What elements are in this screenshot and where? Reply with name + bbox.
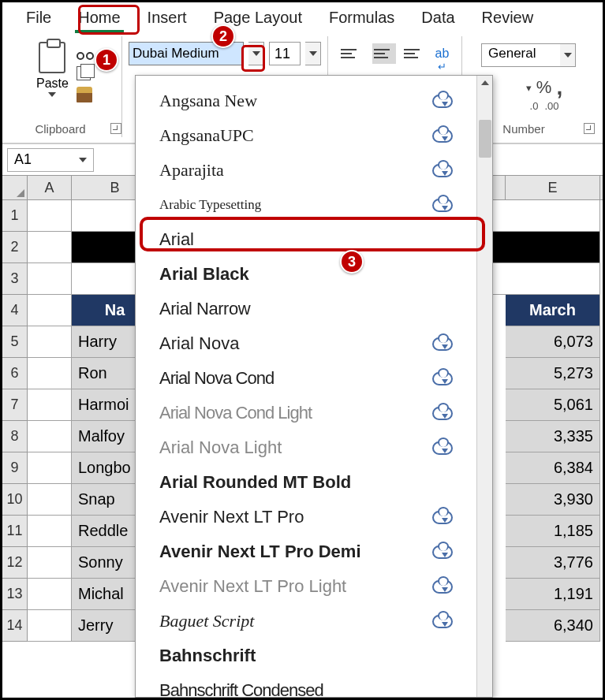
cell-A9[interactable] — [28, 452, 72, 484]
tab-review[interactable]: Review — [479, 7, 537, 33]
format-painter-icon[interactable] — [77, 87, 92, 102]
font-size-dropdown-button[interactable] — [305, 42, 321, 65]
name-box-value: A1 — [14, 151, 32, 168]
cell-march-14[interactable]: 6,340 — [506, 610, 600, 642]
row-header-8[interactable]: 8 — [2, 421, 28, 452]
comma-icon[interactable]: , — [556, 75, 562, 100]
tab-home[interactable]: Home — [75, 7, 123, 33]
font-option-arial-black[interactable]: Arial Black — [159, 257, 492, 292]
paste-dropdown[interactable] — [48, 92, 56, 97]
cell-march-6[interactable]: 5,273 — [506, 358, 600, 389]
cell-A13[interactable] — [28, 579, 72, 610]
cell-A3[interactable] — [28, 263, 72, 295]
decrease-decimal-icon[interactable]: .00 — [544, 100, 558, 112]
clipboard-dialog-launcher[interactable] — [110, 123, 121, 134]
percent-icon[interactable]: % — [536, 77, 552, 98]
cell-A11[interactable] — [28, 516, 72, 547]
row-header-6[interactable]: 6 — [2, 358, 28, 389]
row-header-3[interactable]: 3 — [2, 263, 28, 295]
row-header-1[interactable]: 1 — [2, 200, 28, 232]
number-format-dropdown-button[interactable] — [560, 43, 576, 67]
paste-button[interactable]: Paste — [36, 76, 69, 91]
row-header-9[interactable]: 9 — [2, 452, 28, 484]
increase-decimal-icon[interactable]: .0 — [530, 100, 539, 112]
tab-data[interactable]: Data — [418, 7, 457, 33]
cell-A10[interactable] — [28, 484, 72, 516]
font-option-arabic-typesetting[interactable]: Arabic Typesetting — [159, 188, 492, 222]
cell-A6[interactable] — [28, 358, 72, 389]
scroll-up-icon[interactable] — [477, 76, 492, 90]
row-header-11[interactable]: 11 — [2, 516, 28, 547]
font-option-avenir-next-lt-pro-demi[interactable]: Avenir Next LT Pro Demi — [159, 534, 492, 569]
cell-A4[interactable] — [28, 295, 72, 326]
font-option-avenir-next-lt-pro[interactable]: Avenir Next LT Pro — [159, 500, 492, 534]
dollar-icon[interactable]: ▾ — [526, 82, 532, 94]
font-option-arial-nova-light[interactable]: Arial Nova Light — [159, 430, 492, 465]
cell-march-8[interactable]: 3,335 — [506, 421, 600, 452]
cell-A5[interactable] — [28, 326, 72, 358]
align-top-icon[interactable] — [341, 43, 364, 64]
cell-A2[interactable] — [28, 232, 72, 263]
number-format-select[interactable]: General — [481, 43, 560, 67]
cell-A7[interactable] — [28, 389, 72, 421]
cell-march-11[interactable]: 1,185 — [506, 516, 600, 547]
name-box-dropdown-icon[interactable] — [79, 158, 87, 162]
cloud-download-icon — [432, 441, 453, 455]
font-option-label: Angsana New — [159, 91, 257, 111]
font-option-aparajita[interactable]: Aparajita — [159, 153, 492, 188]
cell-march-7[interactable]: 5,061 — [506, 389, 600, 421]
cell-march-5[interactable]: 6,073 — [506, 326, 600, 358]
align-middle-icon[interactable] — [372, 43, 396, 64]
col-header-A[interactable]: A — [28, 176, 72, 199]
cell-A1[interactable] — [28, 200, 72, 232]
header-march[interactable]: March — [506, 295, 600, 326]
number-dialog-launcher[interactable] — [584, 123, 595, 134]
font-option-angsana-new[interactable]: Angsana New — [159, 84, 492, 118]
copy-icon[interactable] — [77, 66, 91, 80]
row-header-5[interactable]: 5 — [2, 326, 28, 358]
font-option-label: Arial Nova Light — [159, 438, 282, 458]
font-option-bahnschrift[interactable]: Bahnschrift — [159, 639, 492, 673]
font-option-avenir-next-lt-pro-light[interactable]: Avenir Next LT Pro Light — [159, 569, 492, 604]
font-option-arial-narrow[interactable]: Arial Narrow — [159, 292, 492, 326]
cell-A14[interactable] — [28, 610, 72, 642]
tab-file[interactable]: File — [23, 7, 54, 33]
font-dropdown-scrollbar[interactable] — [476, 76, 492, 697]
cell-march-12[interactable]: 3,776 — [506, 547, 600, 579]
font-option-label: Arial Rounded MT Bold — [159, 472, 351, 493]
font-option-arial-rounded-mt-bold[interactable]: Arial Rounded MT Bold — [159, 465, 492, 500]
font-option-arial[interactable]: Arial — [159, 222, 492, 257]
scroll-thumb[interactable] — [479, 120, 491, 158]
cell-A12[interactable] — [28, 547, 72, 579]
select-all-corner[interactable] — [2, 176, 28, 199]
font-option-arial-nova-cond[interactable]: Arial Nova Cond — [159, 361, 492, 396]
font-option-arial-nova[interactable]: Arial Nova — [159, 326, 492, 361]
font-size-input[interactable] — [269, 42, 301, 65]
font-option-baguet-script[interactable]: Baguet Script — [159, 604, 492, 639]
cell-A8[interactable] — [28, 421, 72, 452]
row-header-14[interactable]: 14 — [2, 610, 28, 642]
tab-formulas[interactable]: Formulas — [326, 7, 398, 33]
tab-insert[interactable]: Insert — [144, 7, 190, 33]
wrap-text-icon[interactable]: ab↵ — [435, 47, 450, 73]
row-header-7[interactable]: 7 — [2, 389, 28, 421]
row-header-10[interactable]: 10 — [2, 484, 28, 516]
row-header-12[interactable]: 12 — [2, 547, 28, 579]
row-header-13[interactable]: 13 — [2, 579, 28, 610]
cell-march-9[interactable]: 6,384 — [506, 452, 600, 484]
cut-icon[interactable] — [77, 43, 94, 60]
font-option-bahnschrift-condensed[interactable]: Bahnschrift Condensed — [159, 673, 492, 698]
cloud-download-icon — [432, 511, 453, 524]
cell-march-13[interactable]: 1,191 — [506, 579, 600, 610]
paste-icon[interactable] — [39, 42, 65, 73]
align-bottom-icon[interactable] — [404, 43, 428, 64]
font-name-dropdown-button[interactable] — [248, 42, 264, 65]
font-option-arial-nova-cond-light[interactable]: Arial Nova Cond Light — [159, 396, 492, 430]
cell-march-10[interactable]: 3,930 — [506, 484, 600, 516]
col-header-E[interactable]: E — [506, 176, 600, 199]
font-option-label: Arial Nova — [159, 333, 239, 354]
row-header-4[interactable]: 4 — [2, 295, 28, 326]
row-header-2[interactable]: 2 — [2, 232, 28, 263]
font-option-angsanaupc[interactable]: AngsanaUPC — [159, 118, 492, 153]
name-box[interactable]: A1 — [7, 148, 94, 172]
